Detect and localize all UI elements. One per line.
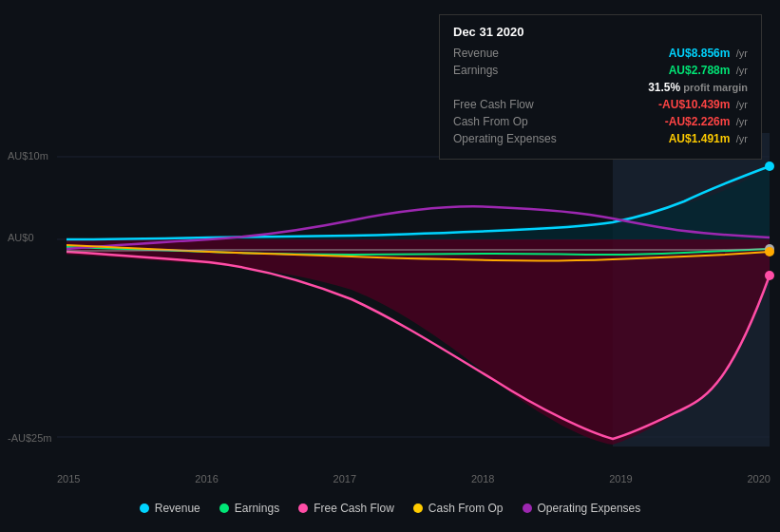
tooltip-value-opex: AU$1.491m — [669, 132, 731, 145]
tooltip-row-opex: Operating Expenses AU$1.491m /yr — [453, 132, 748, 145]
tooltip-value-revenue: AU$8.856m — [669, 47, 731, 60]
x-label-2019: 2019 — [609, 473, 632, 484]
tooltip-label-opex: Operating Expenses — [453, 132, 557, 145]
chart-legend: Revenue Earnings Free Cash Flow Cash Fro… — [0, 494, 780, 522]
tooltip-label-fcf: Free Cash Flow — [453, 98, 534, 111]
legend-label-revenue: Revenue — [155, 502, 200, 515]
tooltip-row-revenue: Revenue AU$8.856m /yr — [453, 47, 748, 60]
svg-point-6 — [765, 162, 774, 171]
tooltip-row-cashop: Cash From Op -AU$2.226m /yr — [453, 115, 748, 128]
tooltip-value-cashop: -AU$2.226m — [665, 115, 731, 128]
tooltip-label-cashop: Cash From Op — [453, 115, 528, 128]
x-label-2018: 2018 — [471, 473, 494, 484]
legend-dot-cashop — [413, 504, 423, 513]
svg-point-9 — [765, 271, 774, 280]
legend-item-fcf[interactable]: Free Cash Flow — [298, 502, 394, 515]
legend-item-cashop[interactable]: Cash From Op — [413, 502, 504, 515]
legend-item-revenue[interactable]: Revenue — [140, 502, 200, 515]
x-label-2015: 2015 — [57, 473, 80, 484]
x-label-2017: 2017 — [333, 473, 356, 484]
data-tooltip: Dec 31 2020 Revenue AU$8.856m /yr Earnin… — [439, 14, 762, 160]
y-axis-top: AU$10m — [8, 150, 48, 162]
tooltip-unit-opex: /yr — [736, 133, 748, 144]
tooltip-title: Dec 31 2020 — [453, 25, 748, 39]
legend-label-opex: Operating Expenses — [538, 502, 641, 515]
tooltip-value-fcf: -AU$10.439m — [658, 98, 730, 111]
y-axis-bot: -AU$25m — [8, 432, 51, 444]
legend-label-earnings: Earnings — [235, 502, 279, 515]
tooltip-row-margin: 31.5%profit margin — [453, 81, 748, 94]
legend-dot-earnings — [219, 504, 229, 513]
tooltip-value-earnings: AU$2.788m — [669, 64, 731, 77]
tooltip-unit-earnings: /yr — [736, 65, 748, 76]
svg-point-8 — [765, 247, 774, 256]
tooltip-unit-revenue: /yr — [736, 48, 748, 59]
legend-item-earnings[interactable]: Earnings — [219, 502, 279, 515]
legend-label-fcf: Free Cash Flow — [314, 502, 394, 515]
tooltip-label-revenue: Revenue — [453, 47, 499, 60]
tooltip-row-fcf: Free Cash Flow -AU$10.439m /yr — [453, 98, 748, 111]
legend-dot-fcf — [298, 504, 308, 513]
tooltip-row-earnings: Earnings AU$2.788m /yr — [453, 64, 748, 77]
x-axis: 2015 2016 2017 2018 2019 2020 — [57, 473, 770, 484]
legend-item-opex[interactable]: Operating Expenses — [523, 502, 641, 515]
y-axis-mid: AU$0 — [8, 232, 34, 243]
legend-dot-opex — [523, 504, 532, 513]
legend-label-cashop: Cash From Op — [428, 502, 504, 515]
x-label-2020: 2020 — [747, 473, 770, 484]
tooltip-profit-margin: 31.5%profit margin — [648, 81, 748, 94]
x-label-2016: 2016 — [195, 473, 218, 484]
tooltip-unit-fcf: /yr — [736, 99, 748, 110]
tooltip-unit-cashop: /yr — [736, 116, 748, 127]
tooltip-label-earnings: Earnings — [453, 64, 498, 77]
legend-dot-revenue — [140, 504, 149, 513]
